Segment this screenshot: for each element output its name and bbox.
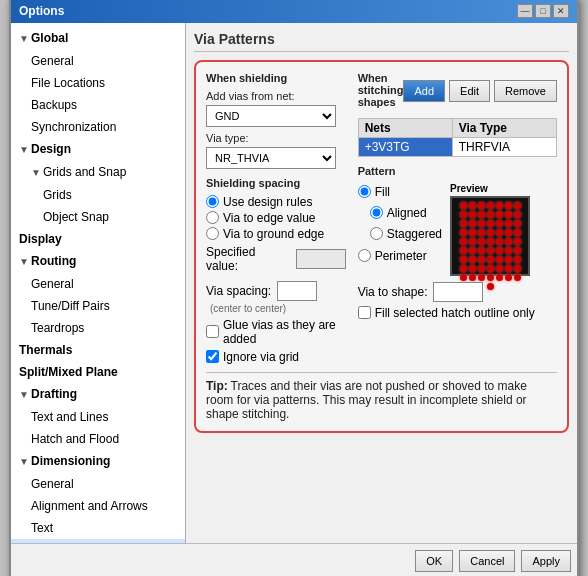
pattern-label: Pattern bbox=[358, 165, 557, 177]
remove-button[interactable]: Remove bbox=[494, 80, 557, 102]
fill-hatch-checkbox[interactable] bbox=[358, 306, 371, 319]
sidebar-item-alignment-arrows[interactable]: Alignment and Arrows bbox=[11, 495, 185, 517]
maximize-button[interactable]: □ bbox=[535, 4, 551, 18]
sidebar-item-text-lines[interactable]: Text and Lines bbox=[11, 406, 185, 428]
radio-via-edge-label: Via to edge value bbox=[223, 211, 316, 225]
via-spacing-sub: (center to center) bbox=[210, 303, 346, 314]
sidebar-item-thermals[interactable]: Thermals bbox=[11, 339, 185, 361]
preview-dot bbox=[514, 211, 521, 218]
radio-via-edge-input[interactable] bbox=[206, 211, 219, 224]
radio-staggered-input[interactable] bbox=[370, 227, 383, 240]
add-button[interactable]: Add bbox=[403, 80, 445, 102]
radio-aligned-input[interactable] bbox=[370, 206, 383, 219]
sidebar-item-file-locations[interactable]: File Locations bbox=[11, 72, 185, 94]
preview-dot bbox=[514, 274, 521, 281]
radio-perimeter: Perimeter bbox=[358, 249, 442, 263]
shielding-spacing-section: Shielding spacing Use design rules Via t… bbox=[206, 177, 346, 273]
via-to-shape-input[interactable]: 0.15 bbox=[433, 282, 483, 302]
sidebar-item-general-dim[interactable]: General bbox=[11, 473, 185, 495]
window-body: ▼Global General File Locations Backups S… bbox=[11, 23, 577, 543]
sidebar-item-general-routing[interactable]: General bbox=[11, 273, 185, 295]
sidebar-item-global[interactable]: ▼Global bbox=[11, 27, 185, 50]
radio-use-design-label: Use design rules bbox=[223, 195, 312, 209]
sidebar-item-grids[interactable]: Grids bbox=[11, 184, 185, 206]
add-vias-select[interactable]: GND bbox=[206, 105, 336, 127]
sidebar-item-hatch-flood[interactable]: Hatch and Flood bbox=[11, 428, 185, 450]
sidebar-item-routing[interactable]: ▼Routing bbox=[11, 250, 185, 273]
preview-dot bbox=[505, 229, 512, 236]
via-to-shape-label: Via to shape: bbox=[358, 285, 428, 299]
preview-dot bbox=[469, 247, 476, 254]
preview-dot bbox=[460, 256, 467, 263]
sidebar-item-display[interactable]: Display bbox=[11, 228, 185, 250]
radio-aligned-label: Aligned bbox=[387, 206, 427, 220]
radio-aligned: Aligned bbox=[370, 206, 442, 220]
radio-fill-input[interactable] bbox=[358, 185, 371, 198]
preview-dot bbox=[514, 265, 521, 272]
radio-via-ground-label: Via to ground edge bbox=[223, 227, 324, 241]
panel-title: Via Patterns bbox=[194, 31, 569, 52]
sidebar-item-text-dim[interactable]: Text bbox=[11, 517, 185, 539]
preview-dot bbox=[478, 229, 485, 236]
preview-dot bbox=[478, 220, 485, 227]
radio-use-design-rules: Use design rules bbox=[206, 195, 346, 209]
table-row[interactable]: +3V3TG THRFVIA bbox=[358, 137, 556, 156]
ok-button[interactable]: OK bbox=[415, 550, 453, 572]
preview-dot bbox=[487, 265, 494, 272]
radio-use-design-input[interactable] bbox=[206, 195, 219, 208]
via-patterns-box: When shielding Add vias from net: GND Vi… bbox=[194, 60, 569, 433]
ignore-via-grid-label: Ignore via grid bbox=[223, 350, 299, 364]
sidebar-item-dimensioning[interactable]: ▼Dimensioning bbox=[11, 450, 185, 473]
sidebar-item-synchronization[interactable]: Synchronization bbox=[11, 116, 185, 138]
via-type-select[interactable]: NR_THVIA bbox=[206, 147, 336, 169]
sidebar-item-design[interactable]: ▼Design bbox=[11, 138, 185, 161]
preview-grid bbox=[450, 196, 530, 276]
preview-dot bbox=[514, 238, 521, 245]
via-to-shape-row: Via to shape: 0.15 bbox=[358, 282, 557, 302]
preview-dot bbox=[496, 265, 503, 272]
radio-via-edge: Via to edge value bbox=[206, 211, 346, 225]
preview-dot bbox=[496, 202, 503, 209]
apply-button[interactable]: Apply bbox=[521, 550, 571, 572]
glue-vias-checkbox[interactable] bbox=[206, 325, 219, 338]
radio-fill-label: Fill bbox=[375, 185, 390, 199]
sidebar-item-teardrops[interactable]: Teardrops bbox=[11, 317, 185, 339]
sidebar-item-grids-snap[interactable]: ▼Grids and Snap bbox=[11, 161, 185, 184]
preview-area: Preview bbox=[450, 183, 557, 276]
sidebar-item-general-global[interactable]: General bbox=[11, 50, 185, 72]
preview-dot bbox=[460, 265, 467, 272]
specified-value-input[interactable]: 2.54 bbox=[296, 249, 346, 269]
sidebar-item-backups[interactable]: Backups bbox=[11, 94, 185, 116]
preview-dot bbox=[496, 229, 503, 236]
ignore-via-grid-checkbox[interactable] bbox=[206, 350, 219, 363]
fill-hatch-label: Fill selected hatch outline only bbox=[375, 306, 535, 320]
sidebar-item-drafting[interactable]: ▼Drafting bbox=[11, 383, 185, 406]
radio-staggered-label: Staggered bbox=[387, 227, 442, 241]
preview-dot bbox=[505, 274, 512, 281]
window-title: Options bbox=[19, 4, 64, 18]
sidebar-item-via-patterns[interactable]: Via Patterns bbox=[11, 539, 185, 543]
minimize-button[interactable]: — bbox=[517, 4, 533, 18]
shielding-spacing-label: Shielding spacing bbox=[206, 177, 346, 189]
preview-dot bbox=[460, 274, 467, 281]
add-vias-label: Add vias from net: bbox=[206, 90, 346, 102]
via-spacing-input[interactable]: 2.54 bbox=[277, 281, 317, 301]
close-button[interactable]: ✕ bbox=[553, 4, 569, 18]
nets-table: Nets Via Type +3V3TG THRFVIA bbox=[358, 118, 557, 157]
preview-dot bbox=[469, 238, 476, 245]
radio-via-ground-input[interactable] bbox=[206, 227, 219, 240]
edit-button[interactable]: Edit bbox=[449, 80, 490, 102]
sidebar-item-object-snap[interactable]: Object Snap bbox=[11, 206, 185, 228]
col-nets-header: Nets bbox=[358, 118, 452, 137]
radio-perimeter-input[interactable] bbox=[358, 249, 371, 262]
preview-dot bbox=[487, 256, 494, 263]
sidebar: ▼Global General File Locations Backups S… bbox=[11, 23, 186, 543]
sidebar-item-split-mixed[interactable]: Split/Mixed Plane bbox=[11, 361, 185, 383]
preview-dot bbox=[478, 256, 485, 263]
preview-dot bbox=[496, 247, 503, 254]
preview-label: Preview bbox=[450, 183, 557, 194]
sidebar-item-tune-diff-pairs[interactable]: Tune/Diff Pairs bbox=[11, 295, 185, 317]
cancel-button[interactable]: Cancel bbox=[459, 550, 515, 572]
preview-dot bbox=[478, 211, 485, 218]
when-stitching-label: When stitching shapes bbox=[358, 72, 404, 108]
